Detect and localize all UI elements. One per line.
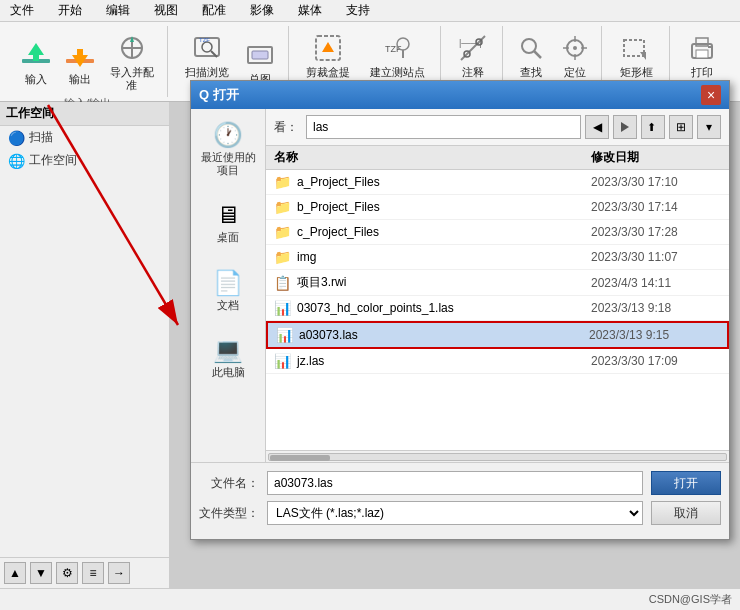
svg-text:|——|: |——| xyxy=(459,38,482,48)
file-date: 2023/3/30 17:14 xyxy=(591,200,721,214)
annotation-button[interactable]: |——| 注释 xyxy=(453,30,493,81)
recent-label: 最近使用的项目 xyxy=(200,151,257,177)
extra-btn[interactable]: → xyxy=(108,562,130,584)
svg-marker-32 xyxy=(640,52,646,60)
export-button[interactable]: 输出 xyxy=(60,37,100,88)
lookin-label: 看： xyxy=(274,119,298,136)
filetype-row: 文件类型： LAS文件 (*.las;*.laz) 取消 xyxy=(199,501,721,525)
print-button[interactable]: 打印 xyxy=(682,30,722,81)
file-name: jz.las xyxy=(297,354,591,368)
qa-recent[interactable]: 🕐 最近使用的项目 xyxy=(196,117,261,181)
file-date: 2023/3/13 9:15 xyxy=(589,328,719,342)
file-name: img xyxy=(297,250,591,264)
import-label: 输入 xyxy=(25,73,47,86)
menu-support[interactable]: 支持 xyxy=(340,0,376,21)
filename-label: 文件名： xyxy=(199,475,259,492)
menu-view[interactable]: 视图 xyxy=(148,0,184,21)
view-dropdown-btn[interactable]: ▾ xyxy=(697,115,721,139)
crop-box-icon xyxy=(312,32,344,64)
annotation-icon: |——| xyxy=(457,32,489,64)
file-date: 2023/3/30 17:09 xyxy=(591,354,721,368)
sidebar-item-scan[interactable]: 🔵 扫描 xyxy=(0,126,169,149)
table-row[interactable]: 📁 img 2023/3/30 11:07 xyxy=(266,245,729,270)
open-button[interactable]: 打开 xyxy=(651,471,721,495)
menu-image[interactable]: 影像 xyxy=(244,0,280,21)
file-list[interactable]: 📁 a_Project_Files 2023/3/30 17:10 📁 b_Pr… xyxy=(266,170,729,450)
import-align-label: 导入并配准 xyxy=(108,66,155,92)
filetype-select[interactable]: LAS文件 (*.las;*.laz) xyxy=(267,501,643,525)
sidebar-item-workspace[interactable]: 🌐 工作空间 xyxy=(0,149,169,172)
move-down-btn[interactable]: ▼ xyxy=(30,562,52,584)
locate-button[interactable]: 定位 xyxy=(555,30,595,81)
menu-media[interactable]: 媒体 xyxy=(292,0,328,21)
station-cloud-icon: TZF xyxy=(381,32,413,64)
menu-edit[interactable]: 编辑 xyxy=(100,0,136,21)
dialog-title: Q 打开 xyxy=(199,86,239,104)
import-button[interactable]: 输入 xyxy=(16,37,56,88)
notes-buttons: 查找 定位 xyxy=(511,30,595,81)
col-name: 名称 xyxy=(274,149,591,166)
svg-marker-3 xyxy=(72,49,88,67)
desktop-icon: 🖥 xyxy=(216,201,240,229)
table-row[interactable]: 📊 03073_hd_color_points_1.las 2023/3/13 … xyxy=(266,296,729,321)
file-browser: 看： ◀ ⬆ ⊞ ▾ 名称 修改日期 📁 xyxy=(266,109,729,462)
file-date: 2023/3/13 9:18 xyxy=(591,301,721,315)
view-options-btn[interactable]: ⊞ xyxy=(669,115,693,139)
svg-point-26 xyxy=(573,46,577,50)
nav-up-btn[interactable]: ⬆ xyxy=(641,115,665,139)
import-align-button[interactable]: 导入并配准 xyxy=(104,30,159,94)
quick-access-panel: 🕐 最近使用的项目 🖥 桌面 📄 文档 💻 此电脑 xyxy=(191,109,266,462)
filetype-label: 文件类型： xyxy=(199,505,259,522)
qa-documents[interactable]: 📄 文档 xyxy=(196,265,261,316)
import-align-icon xyxy=(116,32,148,64)
file-name: 项目3.rwi xyxy=(297,274,591,291)
workspace-icon: 🌐 xyxy=(8,153,25,169)
rwi-icon: 📋 xyxy=(274,275,291,291)
print-buttons: 打印 xyxy=(682,30,722,81)
svg-marker-15 xyxy=(322,42,334,52)
search-icon xyxy=(515,32,547,64)
dialog-close-button[interactable]: × xyxy=(701,85,721,105)
table-row[interactable]: 📁 c_Project_Files 2023/3/30 17:28 xyxy=(266,220,729,245)
menu-align[interactable]: 配准 xyxy=(196,0,232,21)
qa-desktop[interactable]: 🖥 桌面 xyxy=(196,197,261,248)
table-row[interactable]: 📁 b_Project_Files 2023/3/30 17:14 xyxy=(266,195,729,220)
scrollbar-thumb[interactable] xyxy=(270,455,330,461)
table-row[interactable]: 📊 jz.las 2023/3/30 17:09 xyxy=(266,349,729,374)
svg-point-9 xyxy=(202,42,212,52)
file-list-header: 名称 修改日期 xyxy=(266,146,729,170)
address-input[interactable] xyxy=(306,115,581,139)
file-date: 2023/3/30 17:28 xyxy=(591,225,721,239)
settings-btn[interactable]: ⚙ xyxy=(56,562,78,584)
menu-start[interactable]: 开始 xyxy=(52,0,88,21)
cancel-button[interactable]: 取消 xyxy=(651,501,721,525)
file-date: 2023/3/30 11:07 xyxy=(591,250,721,264)
menu-file[interactable]: 文件 xyxy=(4,0,40,21)
move-up-btn[interactable]: ▲ xyxy=(4,562,26,584)
svg-rect-31 xyxy=(624,40,644,56)
table-row[interactable]: 📋 项目3.rwi 2023/4/3 14:11 xyxy=(266,270,729,296)
table-row[interactable]: 📁 a_Project_Files 2023/3/30 17:10 xyxy=(266,170,729,195)
scan-icon: 🔵 xyxy=(8,130,25,146)
file-date: 2023/4/3 14:11 xyxy=(591,276,721,290)
qa-thispc[interactable]: 💻 此电脑 xyxy=(196,332,261,383)
las-icon: 📊 xyxy=(274,353,291,369)
file-date: 2023/3/30 17:10 xyxy=(591,175,721,189)
nav-back-btn[interactable]: ◀ xyxy=(585,115,609,139)
ribbon-group-io: 输入 输出 xyxy=(8,26,168,97)
print-label: 打印 xyxy=(691,66,713,79)
folder-icon: 📁 xyxy=(274,174,291,190)
scrollbar-track[interactable] xyxy=(268,453,727,461)
file-name: 03073_hd_color_points_1.las xyxy=(297,301,591,315)
las-icon: 📊 xyxy=(276,327,293,343)
status-bar: CSDN@GIS学者 xyxy=(0,588,740,610)
list-view-btn[interactable]: ≡ xyxy=(82,562,104,584)
nav-forward-btn[interactable] xyxy=(613,115,637,139)
search-button[interactable]: 查找 xyxy=(511,30,551,81)
filename-input[interactable] xyxy=(267,471,643,495)
horizontal-scrollbar[interactable] xyxy=(266,450,729,462)
svg-text:⬆: ⬆ xyxy=(647,121,656,133)
table-row-selected[interactable]: 📊 a03073.las 2023/3/13 9:15 xyxy=(266,321,729,349)
search-label: 查找 xyxy=(520,66,542,79)
file-name: a_Project_Files xyxy=(297,175,591,189)
